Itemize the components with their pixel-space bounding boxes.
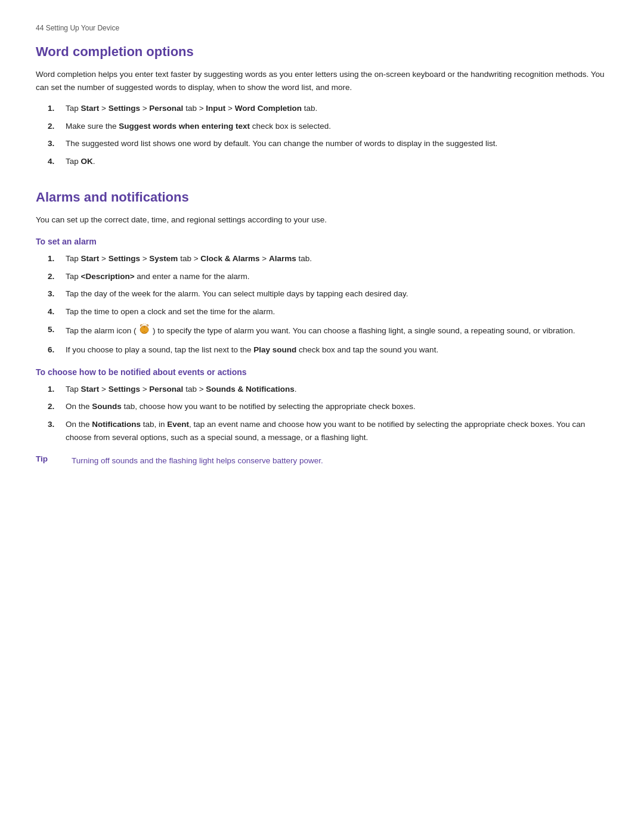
- list-item: Tap the day of the week for the alarm. Y…: [48, 287, 608, 301]
- word-completion-intro: Word completion helps you enter text fas…: [36, 68, 608, 94]
- step-text: Tap Start > Settings > System tab > Cloc…: [66, 252, 608, 265]
- step-text: Tap the alarm icon (: [66, 323, 608, 339]
- alarm-icon: [138, 323, 150, 339]
- choose-notification-subtitle: To choose how to be notified about event…: [36, 367, 608, 377]
- step-text: If you choose to play a sound, tap the l…: [66, 343, 608, 357]
- tip-label: Tip: [36, 454, 66, 463]
- step-text: On the Notifications tab, in Event, tap …: [66, 418, 608, 444]
- svg-rect-1: [144, 326, 145, 328]
- page: 44 Setting Up Your Device Word completio…: [0, 0, 644, 833]
- svg-rect-2: [144, 331, 145, 332]
- svg-line-5: [144, 323, 144, 324]
- word-completion-section: Word completion options Word completion …: [36, 44, 608, 168]
- step-text: Tap the time to open a clock and set the…: [66, 305, 608, 318]
- list-item: Tap the alarm icon (: [48, 323, 608, 339]
- alarms-notifications-section: Alarms and notifications You can set up …: [36, 190, 608, 467]
- step-text: Tap the day of the week for the alarm. Y…: [66, 287, 608, 301]
- list-item: Tap Start > Settings > Personal tab > In…: [48, 102, 608, 115]
- list-item: Tap Start > Settings > System tab > Cloc…: [48, 252, 608, 265]
- svg-rect-3: [142, 332, 144, 333]
- word-completion-steps: Tap Start > Settings > Personal tab > In…: [48, 102, 608, 168]
- step-text: Tap <Description> and enter a name for t…: [66, 270, 608, 283]
- list-item: Make sure the Suggest words when enterin…: [48, 120, 608, 133]
- choose-notification-steps: Tap Start > Settings > Personal tab > So…: [48, 383, 608, 444]
- word-completion-title: Word completion options: [36, 44, 608, 60]
- tip-row: Tip Turning off sounds and the flashing …: [36, 454, 608, 467]
- list-item: Tap the time to open a clock and set the…: [48, 305, 608, 318]
- alarms-notifications-intro: You can set up the correct date, time, a…: [36, 213, 608, 227]
- alarms-notifications-title: Alarms and notifications: [36, 190, 608, 205]
- step-text: On the Sounds tab, choose how you want t…: [66, 400, 608, 413]
- list-item: Tap <Description> and enter a name for t…: [48, 270, 608, 283]
- svg-rect-4: [145, 332, 147, 333]
- list-item: If you choose to play a sound, tap the l…: [48, 343, 608, 357]
- list-item: On the Notifications tab, in Event, tap …: [48, 418, 608, 444]
- list-item: The suggested word list shows one word b…: [48, 137, 608, 150]
- step-text: Make sure the Suggest words when enterin…: [66, 120, 608, 133]
- step-text: Tap OK.: [66, 155, 608, 168]
- step-text: The suggested word list shows one word b…: [66, 137, 608, 150]
- list-item: Tap OK.: [48, 155, 608, 168]
- tip-text: Turning off sounds and the flashing ligh…: [72, 454, 323, 467]
- page-number: 44 Setting Up Your Device: [36, 24, 608, 32]
- set-alarm-subtitle: To set an alarm: [36, 237, 608, 246]
- list-item: Tap Start > Settings > Personal tab > So…: [48, 383, 608, 396]
- set-alarm-steps: Tap Start > Settings > System tab > Cloc…: [48, 252, 608, 357]
- svg-line-7: [143, 324, 143, 325]
- step-text: Tap Start > Settings > Personal tab > In…: [66, 102, 608, 115]
- list-item: On the Sounds tab, choose how you want t…: [48, 400, 608, 413]
- step-text: Tap Start > Settings > Personal tab > So…: [66, 383, 608, 396]
- svg-line-6: [145, 323, 145, 324]
